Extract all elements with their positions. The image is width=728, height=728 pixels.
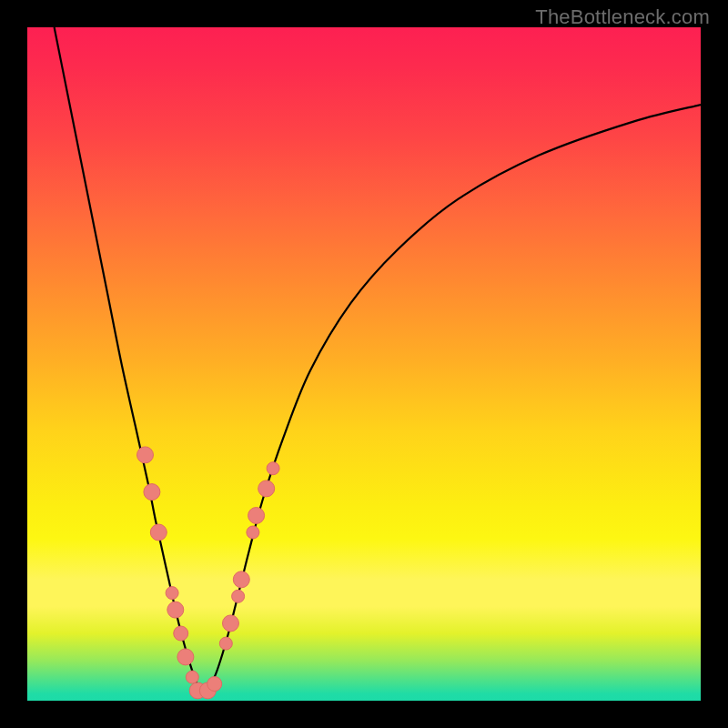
curve-right-branch [202,105,701,694]
watermark-text: TheBottleneck.com [535,5,710,29]
chart-frame: TheBottleneck.com [0,0,728,728]
data-marker [137,447,154,463]
data-marker [177,649,194,665]
data-marker [248,508,265,524]
data-marker [207,677,222,692]
data-marker [186,671,198,683]
data-marker [222,615,238,632]
chart-svg [27,27,701,701]
data-marker [219,637,232,650]
curve-left-branch [55,27,203,694]
data-marker [247,526,259,539]
plot-area [27,27,701,701]
data-marker [267,462,279,475]
data-marker [167,602,184,618]
data-marker [150,524,167,541]
data-marker [258,480,275,497]
data-marker [233,571,249,588]
data-marker [232,590,245,602]
data-marker [174,626,188,641]
marker-group [137,447,280,699]
data-marker [144,484,160,500]
data-marker [166,587,178,600]
